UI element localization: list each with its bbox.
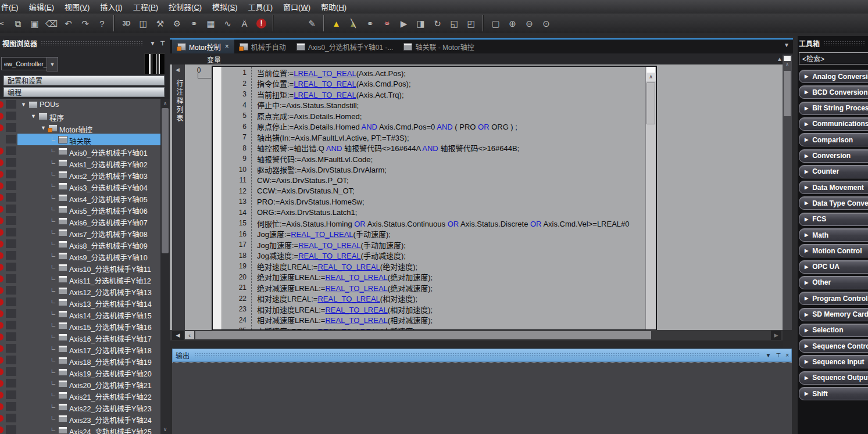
tree-item-22[interactable]: ∟Axis18_分选机械手Y轴19 bbox=[0, 354, 160, 366]
code-line[interactable]: 8轴控报警:=轴出错.Q AND 轴报警代码<>16#644A AND 轴报警代… bbox=[222, 143, 645, 154]
3d-view-button[interactable]: 3D bbox=[119, 16, 134, 31]
rebuild-button[interactable]: ⚙ bbox=[169, 16, 185, 31]
menu-item-2[interactable]: 视图(V) bbox=[59, 1, 95, 12]
tree-item-5[interactable]: ∟Axis1_分选机械手Y轴02 bbox=[0, 157, 160, 168]
menu-item-9[interactable]: 帮助(H) bbox=[316, 1, 352, 12]
monitor-stop-button[interactable]: ⚭× bbox=[379, 16, 395, 31]
toolbox-group-20[interactable]: ▶Shift bbox=[799, 387, 868, 400]
expander-icon[interactable]: ▼ bbox=[31, 113, 36, 119]
monitor-button[interactable]: ⚭ bbox=[362, 16, 378, 31]
output-close-icon[interactable]: × bbox=[783, 352, 791, 358]
go-online-button[interactable]: ▲ bbox=[328, 16, 344, 31]
tree-item-17[interactable]: ∟Axis13_分选机械手Y轴14 bbox=[0, 296, 160, 308]
scroll-up-icon[interactable]: ∧ bbox=[160, 101, 170, 106]
st-code-block[interactable]: 1当前位置:=LREAL_TO_REAL(Axis.Act.Pos);2指令位置… bbox=[212, 66, 657, 330]
zoom-100-button[interactable]: ⊙ bbox=[538, 16, 554, 31]
line-comment-list-tab[interactable]: ◀ 行注释列表 bbox=[172, 64, 185, 330]
hscroll-back-icon[interactable]: ‹ bbox=[185, 331, 194, 339]
toolbox-group-7[interactable]: ▶Data Movement bbox=[799, 181, 868, 194]
code-line[interactable]: 11CW:=Axis.DrvStatus.P_OT; bbox=[222, 175, 645, 186]
variable-table-button[interactable]: ▦ bbox=[203, 16, 219, 31]
menu-item-0[interactable]: 件(F) bbox=[0, 1, 24, 12]
code-line[interactable]: 22相对速度LREAL:=REAL_TO_LREAL(相对速度); bbox=[222, 293, 645, 304]
delete-button[interactable]: ⌫ bbox=[44, 16, 59, 31]
editor-scrollbar-thumb[interactable] bbox=[784, 71, 791, 116]
run-mode-button[interactable]: ▶ bbox=[396, 16, 412, 31]
monitor-window-2-button[interactable]: ◰ bbox=[463, 16, 479, 31]
code-scrollbar[interactable]: ∧ bbox=[645, 67, 656, 329]
comment-tab-collapse-icon[interactable]: ◀ bbox=[176, 67, 180, 73]
code-line[interactable]: 2指令位置:=LREAL_TO_REAL(Axis.Cmd.Pos); bbox=[222, 78, 645, 89]
tree-item-19[interactable]: ∟Axis15_分选机械手Y轴16 bbox=[0, 320, 160, 331]
tree-item-23[interactable]: ∟Axis19_分选机械手Y轴20 bbox=[0, 366, 160, 378]
abort-button[interactable]: ! bbox=[253, 16, 269, 31]
code-line[interactable]: 15伺服忙:=Axis.Status.Homing OR Axis.Status… bbox=[222, 218, 645, 229]
tab-0[interactable]: Motor控制× bbox=[172, 40, 234, 53]
tree-scrollbar-thumb[interactable] bbox=[162, 108, 169, 253]
tree-item-24[interactable]: ∟Axis20_分选机械手Y轴21 bbox=[0, 378, 160, 389]
toolbox-group-12[interactable]: ▶OPC UA bbox=[799, 260, 868, 274]
toolbox-group-15[interactable]: ▶SD Memory Card bbox=[799, 308, 868, 321]
toolbox-group-1[interactable]: ▶BCD Conversion bbox=[799, 85, 868, 99]
monitor-window-1-button[interactable]: ◱ bbox=[446, 16, 462, 31]
tree-scrollbar[interactable]: ∧ ∨ bbox=[160, 99, 170, 434]
tree-item-7[interactable]: ∟Axis3_分选机械手Y轴04 bbox=[0, 180, 160, 192]
controller-select[interactable]: ew_Controller_0 bbox=[1, 57, 49, 70]
toolbox-group-3[interactable]: ▶Communications bbox=[799, 117, 868, 131]
output-dropdown-icon[interactable]: ▼ bbox=[763, 352, 774, 358]
output-splitter[interactable] bbox=[170, 340, 783, 349]
variables-collapse-icon[interactable]: ▲ bbox=[777, 56, 783, 62]
toolbox-group-6[interactable]: ▶Counter bbox=[799, 165, 868, 178]
tree-item-12[interactable]: ∟Axis8_分选机械手Y轴09 bbox=[0, 238, 160, 250]
code-scrollbar-thumb[interactable] bbox=[646, 83, 655, 124]
code-scroll-up-icon[interactable]: ∧ bbox=[646, 73, 656, 81]
tree-item-1[interactable]: ▼程序 bbox=[0, 110, 160, 122]
window-layout-button[interactable]: ◫ bbox=[135, 16, 151, 31]
check-program-button[interactable]: ⚭ bbox=[186, 16, 202, 31]
code-line[interactable]: 18Jog减速度:=REAL_TO_LREAL(手动减速度); bbox=[222, 250, 645, 261]
section-bar-0[interactable]: 配置和设置 bbox=[3, 76, 165, 85]
section-bar-1[interactable]: 编程 bbox=[3, 87, 165, 97]
tree-item-4[interactable]: ∟Axis0_分选机械手Y轴01 bbox=[0, 145, 160, 157]
output-pin-icon[interactable]: ⊤ bbox=[773, 352, 783, 358]
editor-horizontal-scrollbar[interactable]: ◀ ‹ ▶ bbox=[170, 330, 783, 340]
code-line[interactable]: 16Jog速度:=REAL_TO_LREAL(手动速度); bbox=[222, 229, 645, 240]
editor-scroll-up-icon[interactable]: ∧ bbox=[783, 62, 792, 67]
menu-item-8[interactable]: 窗口(W) bbox=[278, 1, 316, 12]
tree-item-6[interactable]: ∟Axis2_分选机械手Y轴03 bbox=[0, 168, 160, 180]
toolbox-search-input[interactable] bbox=[799, 52, 868, 64]
tree-item-13[interactable]: ∟Axis9_分选机械手Y轴10 bbox=[0, 250, 160, 261]
menu-item-4[interactable]: 工程(P) bbox=[128, 1, 163, 12]
code-line[interactable]: 21绝对减速度LREAL:=REAL_TO_LREAL(绝对减速度); bbox=[222, 282, 645, 293]
tab-close-icon[interactable]: × bbox=[225, 44, 229, 49]
tree-item-20[interactable]: ∟Axis16_分选机械手Y轴17 bbox=[0, 331, 160, 343]
go-offline-button[interactable]: ▲╲ bbox=[345, 16, 361, 31]
scroll-down-icon[interactable]: ∨ bbox=[160, 426, 170, 432]
code-line[interactable]: 5原点完成:=Axis.Details.Homed; bbox=[222, 110, 645, 121]
menu-item-6[interactable]: 模拟(S) bbox=[207, 1, 242, 12]
fit-view-button[interactable]: ▢ bbox=[488, 16, 503, 31]
undo-button[interactable]: ↶ bbox=[60, 16, 76, 31]
code-line[interactable]: 25中断速度LREAL:=REAL_TO_LREAL(中断速度); bbox=[222, 325, 645, 329]
selection-margin[interactable] bbox=[213, 67, 222, 329]
menu-item-7[interactable]: 工具(T) bbox=[242, 1, 278, 12]
tab-2[interactable]: Axis0_分选机械手Y轴01 -... bbox=[291, 40, 399, 53]
tree-item-26[interactable]: ∟Axis22_分选机械手Y轴23 bbox=[0, 401, 160, 413]
build-button[interactable]: ⚒ bbox=[152, 16, 168, 31]
code-line[interactable]: 4停止中:=Axis.Status.Standstill; bbox=[222, 100, 645, 111]
toolbox-group-5[interactable]: ▶Conversion bbox=[799, 149, 868, 163]
code-line[interactable]: 3当前扭矩:=LREAL_TO_REAL(Axis.Act.Trq); bbox=[222, 89, 645, 100]
tree-item-16[interactable]: ∟Axis12_分选机械手Y轴13 bbox=[0, 285, 160, 296]
code-line[interactable]: 14ORG:=Axis.DrvStatus.Latch1; bbox=[222, 207, 645, 218]
explorer-pin-icon[interactable]: ⊤ bbox=[158, 40, 167, 46]
online-edit-button[interactable]: ✎ bbox=[304, 16, 320, 31]
paste-button[interactable]: ▣ bbox=[27, 16, 42, 31]
tree-item-25[interactable]: ∟Axis21_分选机械手Y轴22 bbox=[0, 389, 160, 401]
hscroll-right-icon[interactable]: ▶ bbox=[771, 331, 781, 340]
toolbox-group-14[interactable]: ▶Program Control bbox=[799, 292, 868, 305]
redo-button[interactable]: ↷ bbox=[77, 16, 93, 31]
program-mode-button[interactable]: ◨ bbox=[413, 16, 428, 31]
variables-section-bar[interactable]: 变量 ▲ bbox=[170, 53, 792, 65]
code-line[interactable]: 7轴出错(In:=Axis.MFaultLvl.Active, PT:=T#3S… bbox=[222, 132, 645, 143]
tree-item-11[interactable]: ∟Axis7_分选机械手Y轴08 bbox=[0, 227, 160, 238]
